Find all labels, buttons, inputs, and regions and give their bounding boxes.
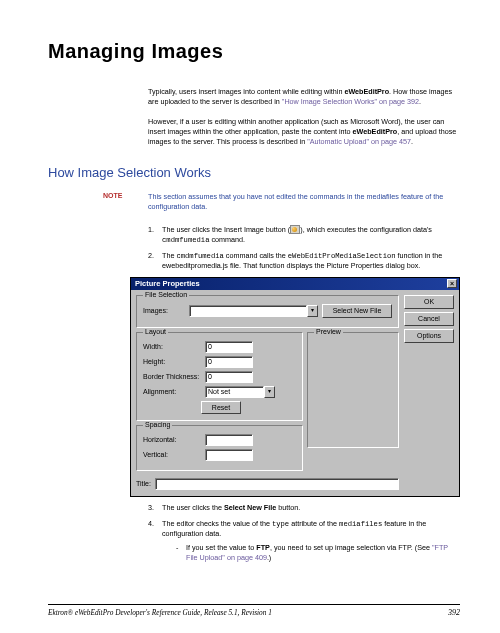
note-block: Note This section assumes that you have … — [103, 192, 460, 212]
sub-bullet-ftp: - If you set the value to FTP, you need … — [176, 543, 460, 563]
spacing-group: Spacing Horizontal: Vertical: — [136, 425, 303, 471]
ok-button[interactable]: OK — [404, 295, 454, 309]
footer-text: Ektron® eWebEditPro Developer's Referenc… — [48, 608, 272, 617]
note-label: Note — [103, 192, 148, 212]
step-4: 4. The editor checks the value of the ty… — [148, 519, 460, 563]
insert-image-icon — [290, 225, 300, 234]
options-button[interactable]: Options — [404, 329, 454, 343]
link-how-image-selection[interactable]: "How Image Selection Works" on page 392 — [282, 97, 419, 106]
link-automatic-upload[interactable]: "Automatic Upload" on page 457 — [307, 137, 411, 146]
chevron-down-icon[interactable]: ▾ — [264, 386, 275, 398]
vertical-input[interactable] — [205, 449, 253, 461]
page-title: Managing Images — [48, 40, 460, 63]
preview-group: Preview — [307, 332, 399, 448]
close-icon[interactable]: × — [447, 279, 457, 288]
picture-properties-dialog: Picture Properties × File Selection Imag… — [130, 277, 460, 497]
step-3: 3. The user clicks the Select New File b… — [148, 503, 460, 513]
horizontal-input[interactable] — [205, 434, 253, 446]
note-text: This section assumes that you have not e… — [148, 192, 460, 212]
intro-paragraph-1: Typically, users insert images into cont… — [148, 87, 460, 107]
cancel-button[interactable]: Cancel — [404, 312, 454, 326]
width-input[interactable]: 0 — [205, 341, 253, 353]
alignment-combo[interactable]: Not set — [205, 386, 264, 398]
reset-button[interactable]: Reset — [201, 401, 241, 414]
title-label: Title: — [136, 480, 151, 487]
title-input[interactable] — [155, 478, 399, 490]
select-new-file-button[interactable]: Select New File — [322, 304, 392, 318]
page-number: 392 — [448, 608, 460, 617]
border-input[interactable]: 0 — [205, 371, 253, 383]
dialog-title: Picture Properties — [135, 279, 200, 288]
dialog-titlebar: Picture Properties × — [131, 278, 459, 290]
step-2: 2. The cmdmfumedia command calls the eWe… — [148, 251, 460, 271]
file-selection-group: File Selection Images: ▾ Select New File — [136, 295, 399, 328]
step-1: 1. The user clicks the Insert Image butt… — [148, 225, 460, 245]
intro-paragraph-2: However, if a user is editing within ano… — [148, 117, 460, 147]
page-footer: Ektron® eWebEditPro Developer's Referenc… — [48, 604, 460, 617]
section-heading: How Image Selection Works — [48, 165, 460, 180]
height-input[interactable]: 0 — [205, 356, 253, 368]
layout-group: Layout Width:0 Height:0 Border Thickness… — [136, 332, 303, 421]
images-combo[interactable] — [189, 305, 307, 317]
images-label: Images: — [143, 307, 185, 314]
chevron-down-icon[interactable]: ▾ — [307, 305, 318, 317]
